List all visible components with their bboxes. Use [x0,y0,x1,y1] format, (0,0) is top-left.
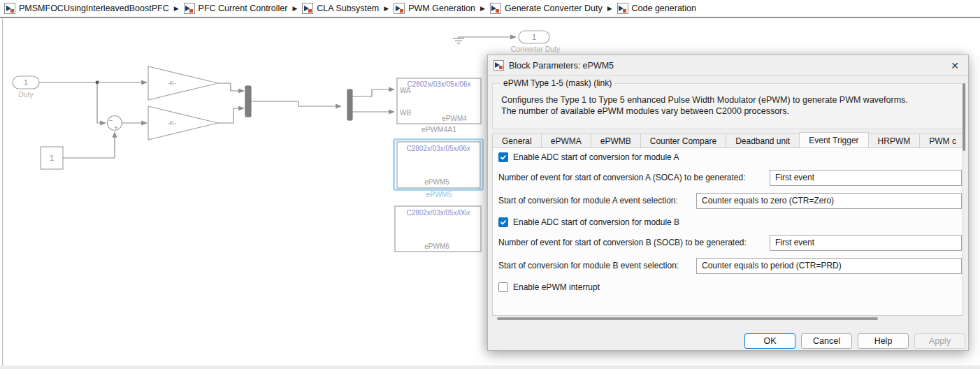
canvas-left-border [2,18,3,366]
vertical-scrollbar[interactable] [963,83,965,151]
breadcrumb-item-generate-converter-duty[interactable]: Generate Converter Duty [490,3,603,14]
gain2-label: -K- [168,119,177,126]
epwm6-inner-label: ePWM6 [424,243,449,250]
breadcrumb-item-cla-subsystem[interactable]: CLA Subsystem [302,3,379,14]
breadcrumb-item-label: Generate Converter Duty [505,3,603,13]
mask-description-line2: The number of available ePWM modules var… [501,106,789,116]
breadcrumb-item-label: CLA Subsystem [317,3,379,13]
epwm4-port-wa: WA [400,87,411,94]
breadcrumb-item-label: PWM Generation [408,3,475,13]
enable-socb-label: Enable ADC start of conversion for modul… [513,217,679,227]
tab-epwma[interactable]: ePWMA [541,133,591,148]
inport-label: Duty [18,90,34,99]
subsystem-icon [302,3,313,14]
mask-description-line1: Configures the Type 1 to Type 5 enhanced… [501,95,908,105]
wire [63,132,115,158]
tab-epwmb[interactable]: ePWMB [591,133,640,148]
tab-counter-compare[interactable]: Counter Compare [640,133,726,148]
epwm5-inner-label: ePWM5 [424,178,449,186]
parameter-tabs: General ePWMA ePWMB Counter Compare Dead… [492,132,963,148]
sum-sign-minus: − [109,117,113,124]
dialog-buttons: OK Cancel Help Apply [488,333,965,349]
epwm4-title: C2802x/03x/05x/06x [407,80,470,88]
outport-number: 1 [532,33,536,41]
tab-general[interactable]: General [492,133,541,148]
breadcrumb: PMSMFOCUsingInterleavedBoostPFC ▶ PFC Cu… [0,0,980,18]
tab-event-trigger[interactable]: Event Trigger [799,132,868,148]
breadcrumb-item-label: PFC Current Controller [199,3,288,13]
dialog-titlebar: Block Parameters: ePWM5 ✕ [488,55,968,76]
cancel-button[interactable]: Cancel [801,333,852,349]
ground-icon [453,38,464,43]
wire [218,83,244,91]
enable-interrupt-label: Enable ePWM interrupt [513,282,600,292]
socb-events-dropdown[interactable]: First event [770,235,962,251]
enable-soca-checkbox[interactable] [498,152,508,162]
socb-events-label: Number of event for start of conversion … [498,235,747,251]
subsystem-icon [493,60,504,71]
gain-block-1[interactable]: -K- [148,66,218,100]
subsystem-icon [490,3,501,14]
subsystem-icon [184,3,195,14]
mux-block[interactable] [245,86,251,117]
soca-events-dropdown[interactable]: First event [770,170,962,186]
subsystem-icon [617,3,628,14]
epwm5-block-selected[interactable]: C2802x/03x/05x/06x ePWM5 ePWM5 [394,140,483,199]
mask-description-frame: ePWM Type 1-5 (mask) (link) Configures t… [492,83,963,129]
tab-hrpwm[interactable]: HRPWM [869,133,920,148]
breadcrumb-separator-icon: ▶ [480,5,485,12]
close-icon[interactable]: ✕ [949,59,961,72]
epwm6-block[interactable]: C2802x/03x/05x/06x ePWM6 [395,206,481,252]
epwm4-port-wb: WB [400,109,411,117]
constant-value: 1 [50,154,54,162]
epwm4-name-label: ePWM4A1 [421,125,456,133]
gain-block-2[interactable]: -K- [148,106,218,140]
ok-button[interactable]: OK [744,333,795,349]
help-button[interactable]: Help [858,333,909,349]
inport-duty[interactable]: 1 Duty [13,76,39,99]
outport-converter-duty[interactable]: 1 Converter Duty [511,31,561,53]
subsystem-icon [4,3,15,14]
breadcrumb-item-label: Code generation [632,3,696,13]
breadcrumb-item-code-generation[interactable]: Code generation [617,3,696,14]
gain1-label: -K- [168,79,177,87]
wire [352,89,394,96]
enable-soca-label: Enable ADC start of conversion for modul… [513,152,679,162]
socb-selection-dropdown[interactable]: Counter equals to period (CTR=PRD) [696,258,962,274]
demux-block[interactable] [347,89,352,120]
breadcrumb-item-pwm-generation[interactable]: PWM Generation [394,3,475,14]
breadcrumb-separator-icon: ▶ [292,5,297,12]
block-parameters-dialog: Block Parameters: ePWM5 ✕ ePWM Type 1-5 … [487,55,969,351]
wire [218,108,244,123]
event-trigger-panel: Enable ADC start of conversion for modul… [492,147,963,316]
sum-block[interactable]: − + [108,116,122,132]
outport-label: Converter Duty [511,45,561,53]
breadcrumb-item-pfc-current-controller[interactable]: PFC Current Controller [184,3,288,14]
dialog-title: Block Parameters: ePWM5 [509,61,614,71]
epwm5-name-label: ePWM5 [426,190,452,198]
window-bottom-strip [0,366,980,369]
epwm4-inner-label: ePWM4 [442,115,467,122]
subsystem-icon [394,3,405,14]
wire [97,82,106,123]
epwm6-title: C2802x/03x/05x/06x [406,209,470,217]
breadcrumb-separator-icon: ▶ [384,5,389,12]
soca-selection-dropdown[interactable]: Counter equals to zero (CTR=Zero) [696,193,962,209]
tab-pwm-chopper[interactable]: PWM c [919,133,963,148]
enable-interrupt-checkbox[interactable] [498,282,508,292]
soca-events-label: Number of event for start of conversion … [498,170,746,186]
apply-button: Apply [914,333,965,349]
inport-number: 1 [24,78,28,87]
wire [459,37,516,38]
breadcrumb-item-model[interactable]: PMSMFOCUsingInterleavedBoostPFC [4,3,169,14]
breadcrumb-item-label: PMSMFOCUsingInterleavedBoostPFC [19,3,169,13]
breadcrumb-separator-icon: ▶ [174,5,179,12]
mask-legend: ePWM Type 1-5 (mask) (link) [500,78,615,88]
tab-deadband-unit[interactable]: Deadband unit [726,133,799,148]
epwm4-block[interactable]: C2802x/03x/05x/06x WA WB ePWM4 ePWM4A1 [397,78,481,133]
breadcrumb-separator-icon: ▶ [607,5,612,12]
sum-sign-plus: + [114,124,118,131]
constant-block[interactable]: 1 [41,147,63,169]
enable-socb-checkbox[interactable] [498,217,508,227]
horizontal-scrollbar[interactable] [497,317,878,320]
